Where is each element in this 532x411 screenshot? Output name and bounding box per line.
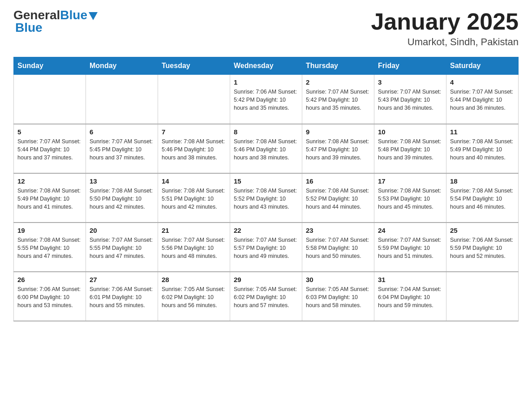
day-info: Sunrise: 7:08 AM Sunset: 5:46 PM Dayligh… — [234, 137, 298, 162]
calendar-table: SundayMondayTuesdayWednesdayThursdayFrid… — [13, 57, 519, 321]
calendar-cell: 8Sunrise: 7:08 AM Sunset: 5:46 PM Daylig… — [230, 124, 302, 173]
day-info: Sunrise: 7:08 AM Sunset: 5:52 PM Dayligh… — [306, 187, 370, 211]
calendar-cell: 2Sunrise: 7:07 AM Sunset: 5:42 PM Daylig… — [302, 75, 374, 124]
day-number: 16 — [306, 177, 370, 185]
calendar-subtitle: Umarkot, Sindh, Pakistan — [371, 36, 519, 48]
column-header-sunday: Sunday — [14, 57, 86, 75]
calendar-cell: 29Sunrise: 7:05 AM Sunset: 6:02 PM Dayli… — [230, 272, 302, 321]
calendar-cell: 20Sunrise: 7:07 AM Sunset: 5:55 PM Dayli… — [86, 223, 158, 272]
day-info: Sunrise: 7:08 AM Sunset: 5:48 PM Dayligh… — [378, 137, 442, 162]
day-number: 6 — [90, 128, 154, 136]
day-info: Sunrise: 7:05 AM Sunset: 6:02 PM Dayligh… — [234, 285, 298, 309]
day-info: Sunrise: 7:08 AM Sunset: 5:49 PM Dayligh… — [17, 187, 82, 211]
day-info: Sunrise: 7:07 AM Sunset: 5:57 PM Dayligh… — [234, 236, 298, 260]
day-number: 9 — [306, 128, 370, 136]
calendar-cell: 3Sunrise: 7:07 AM Sunset: 5:43 PM Daylig… — [374, 75, 446, 124]
day-number: 27 — [90, 276, 154, 283]
calendar-cell: 22Sunrise: 7:07 AM Sunset: 5:57 PM Dayli… — [230, 223, 302, 272]
column-header-saturday: Saturday — [446, 57, 519, 75]
day-info: Sunrise: 7:06 AM Sunset: 5:42 PM Dayligh… — [234, 88, 298, 112]
day-number: 3 — [378, 78, 442, 86]
day-info: Sunrise: 7:06 AM Sunset: 6:00 PM Dayligh… — [17, 285, 82, 309]
day-number: 17 — [378, 177, 442, 185]
logo: General Blue Blue — [13, 9, 98, 34]
logo-blue-word: Blue — [14, 21, 43, 34]
calendar-cell: 19Sunrise: 7:08 AM Sunset: 5:55 PM Dayli… — [14, 223, 86, 272]
calendar-cell — [86, 75, 158, 124]
column-header-thursday: Thursday — [302, 57, 374, 75]
calendar-week-row: 19Sunrise: 7:08 AM Sunset: 5:55 PM Dayli… — [14, 223, 519, 272]
day-number: 31 — [378, 276, 442, 283]
logo-triangle-icon — [89, 12, 98, 20]
day-info: Sunrise: 7:06 AM Sunset: 6:01 PM Dayligh… — [90, 285, 154, 309]
calendar-cell: 11Sunrise: 7:08 AM Sunset: 5:49 PM Dayli… — [446, 124, 519, 173]
day-number: 12 — [17, 177, 82, 185]
column-header-wednesday: Wednesday — [230, 57, 302, 75]
day-info: Sunrise: 7:07 AM Sunset: 5:44 PM Dayligh… — [17, 137, 82, 162]
day-info: Sunrise: 7:06 AM Sunset: 5:59 PM Dayligh… — [450, 236, 515, 260]
calendar-cell — [446, 272, 519, 321]
day-number: 18 — [450, 177, 515, 185]
day-number: 11 — [450, 128, 515, 136]
column-header-friday: Friday — [374, 57, 446, 75]
day-info: Sunrise: 7:07 AM Sunset: 5:44 PM Dayligh… — [450, 88, 515, 112]
calendar-week-row: 26Sunrise: 7:06 AM Sunset: 6:00 PM Dayli… — [14, 272, 519, 321]
day-number: 22 — [234, 227, 298, 234]
calendar-cell: 23Sunrise: 7:07 AM Sunset: 5:58 PM Dayli… — [302, 223, 374, 272]
day-number: 7 — [162, 128, 226, 136]
calendar-cell — [158, 75, 230, 124]
day-number: 15 — [234, 177, 298, 185]
day-number: 26 — [17, 276, 82, 283]
calendar-cell: 24Sunrise: 7:07 AM Sunset: 5:59 PM Dayli… — [374, 223, 446, 272]
day-number: 14 — [162, 177, 226, 185]
column-header-monday: Monday — [86, 57, 158, 75]
title-block: January 2025 Umarkot, Sindh, Pakistan — [371, 9, 519, 48]
day-number: 25 — [450, 227, 515, 234]
day-info: Sunrise: 7:07 AM Sunset: 5:55 PM Dayligh… — [90, 236, 154, 260]
day-info: Sunrise: 7:07 AM Sunset: 5:43 PM Dayligh… — [378, 88, 442, 112]
day-info: Sunrise: 7:08 AM Sunset: 5:50 PM Dayligh… — [90, 187, 154, 211]
day-number: 19 — [17, 227, 82, 234]
calendar-cell: 10Sunrise: 7:08 AM Sunset: 5:48 PM Dayli… — [374, 124, 446, 173]
day-info: Sunrise: 7:07 AM Sunset: 5:45 PM Dayligh… — [90, 137, 154, 162]
page-header: General Blue Blue January 2025 Umarkot, … — [13, 9, 519, 48]
day-info: Sunrise: 7:08 AM Sunset: 5:51 PM Dayligh… — [162, 187, 226, 211]
day-number: 23 — [306, 227, 370, 234]
day-number: 2 — [306, 78, 370, 86]
calendar-header-row: SundayMondayTuesdayWednesdayThursdayFrid… — [14, 57, 519, 75]
calendar-title: January 2025 — [371, 9, 519, 34]
calendar-cell: 25Sunrise: 7:06 AM Sunset: 5:59 PM Dayli… — [446, 223, 519, 272]
calendar-week-row: 12Sunrise: 7:08 AM Sunset: 5:49 PM Dayli… — [14, 173, 519, 223]
day-number: 8 — [234, 128, 298, 136]
calendar-cell: 18Sunrise: 7:08 AM Sunset: 5:54 PM Dayli… — [446, 173, 519, 223]
logo-general-text: General — [13, 9, 60, 21]
calendar-week-row: 1Sunrise: 7:06 AM Sunset: 5:42 PM Daylig… — [14, 75, 519, 124]
day-info: Sunrise: 7:08 AM Sunset: 5:52 PM Dayligh… — [234, 187, 298, 211]
calendar-cell: 6Sunrise: 7:07 AM Sunset: 5:45 PM Daylig… — [86, 124, 158, 173]
day-number: 21 — [162, 227, 226, 234]
day-number: 13 — [90, 177, 154, 185]
day-number: 4 — [450, 78, 515, 86]
calendar-cell: 7Sunrise: 7:08 AM Sunset: 5:46 PM Daylig… — [158, 124, 230, 173]
day-info: Sunrise: 7:07 AM Sunset: 5:56 PM Dayligh… — [162, 236, 226, 260]
day-number: 29 — [234, 276, 298, 283]
day-info: Sunrise: 7:04 AM Sunset: 6:04 PM Dayligh… — [378, 285, 442, 309]
calendar-cell: 13Sunrise: 7:08 AM Sunset: 5:50 PM Dayli… — [86, 173, 158, 223]
day-number: 10 — [378, 128, 442, 136]
day-info: Sunrise: 7:07 AM Sunset: 5:59 PM Dayligh… — [378, 236, 442, 260]
day-info: Sunrise: 7:08 AM Sunset: 5:54 PM Dayligh… — [450, 187, 515, 211]
calendar-cell: 5Sunrise: 7:07 AM Sunset: 5:44 PM Daylig… — [14, 124, 86, 173]
day-number: 30 — [306, 276, 370, 283]
calendar-cell: 27Sunrise: 7:06 AM Sunset: 6:01 PM Dayli… — [86, 272, 158, 321]
day-info: Sunrise: 7:08 AM Sunset: 5:53 PM Dayligh… — [378, 187, 442, 211]
calendar-cell: 14Sunrise: 7:08 AM Sunset: 5:51 PM Dayli… — [158, 173, 230, 223]
day-info: Sunrise: 7:08 AM Sunset: 5:47 PM Dayligh… — [306, 137, 370, 162]
svg-marker-0 — [89, 12, 98, 20]
calendar-cell: 31Sunrise: 7:04 AM Sunset: 6:04 PM Dayli… — [374, 272, 446, 321]
logo-blue-text: Blue — [60, 9, 87, 21]
calendar-cell: 9Sunrise: 7:08 AM Sunset: 5:47 PM Daylig… — [302, 124, 374, 173]
day-info: Sunrise: 7:05 AM Sunset: 6:03 PM Dayligh… — [306, 285, 370, 309]
calendar-cell: 28Sunrise: 7:05 AM Sunset: 6:02 PM Dayli… — [158, 272, 230, 321]
day-number: 20 — [90, 227, 154, 234]
calendar-cell: 26Sunrise: 7:06 AM Sunset: 6:00 PM Dayli… — [14, 272, 86, 321]
